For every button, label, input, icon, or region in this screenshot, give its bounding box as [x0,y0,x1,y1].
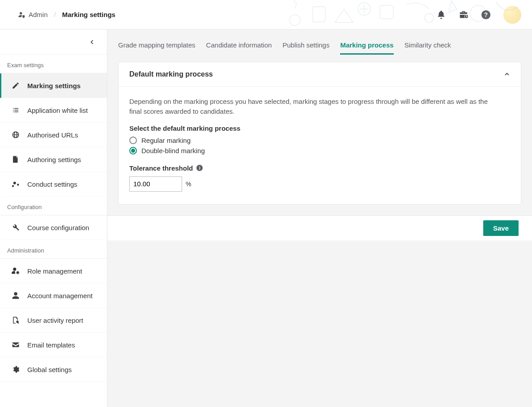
svg-point-0 [289,15,300,26]
panel-header[interactable]: Default marking process [119,62,521,87]
sidebar-item-activity[interactable]: User activity report [0,308,107,333]
globe-icon [11,131,20,139]
radio-double-blind[interactable]: Double-blind marking [129,147,510,154]
users-cog-icon [11,267,20,275]
sidebar-collapse-button[interactable] [0,30,107,55]
tolerance-row: % [129,176,510,192]
sidebar-item-label: Course configuration [27,224,89,231]
sidebar-item-authoring[interactable]: Authoring settings [0,147,107,172]
sidebar-item-whitelist[interactable]: Application white list [0,98,107,123]
pencil-icon [11,81,20,90]
svg-point-5 [470,5,486,21]
envelope-icon [11,341,20,349]
main-area: Grade mapping templatesCandidate informa… [107,30,532,407]
list-icon [11,106,20,114]
marking-process-radio-group: Regular markingDouble-blind marking [129,137,510,154]
breadcrumb: Admin / Marking settings [18,11,115,18]
breadcrumb-root[interactable]: Admin [18,11,48,18]
sidebar-item-label: Email templates [27,341,75,349]
tab-candidate-info[interactable]: Candidate information [206,41,272,55]
tolerance-label-text: Tolerance threshold [129,164,193,172]
sidebar-item-label: Account management [27,292,93,300]
sidebar-scroll[interactable]: Exam settingsMarking settingsApplication… [0,55,107,407]
sidebar-item-label: Conduct settings [27,180,77,188]
topbar: Admin / Marking settings ? [0,0,532,30]
tab-publish[interactable]: Publish settings [282,41,329,55]
sidebar-item-label: Marking settings [27,82,81,90]
sidebar-item-label: Global settings [27,366,72,373]
sidebar-item-label: User activity report [27,317,83,324]
sidebar-section-header: Exam settings [0,55,107,73]
sidebar-item-label: Authorised URLs [27,131,78,139]
svg-rect-1 [313,7,325,22]
decor-illustration [281,0,532,30]
radio-icon [129,137,137,144]
sidebar-item-conduct[interactable]: Conduct settings [0,172,107,197]
sidebar-item-label: Authoring settings [27,156,81,163]
panel-body: Depending on the marking process you hav… [119,87,521,204]
tolerance-label: Tolerance threshold i [129,164,510,172]
radio-label: Regular marking [141,137,191,144]
cog-icon [11,365,20,373]
sidebar-item-auth-urls[interactable]: Authorised URLs [0,123,107,147]
tab-similarity[interactable]: Similarity check [404,41,451,55]
sidebar-section-header: Configuration [0,197,107,215]
radio-icon [129,147,137,154]
select-marking-label: Select the default marking process [129,124,510,132]
panel-description: Depending on the marking process you hav… [129,97,496,116]
chevron-left-icon [89,39,95,45]
sidebar-item-global[interactable]: Global settings [0,357,107,382]
tolerance-input[interactable] [129,176,182,192]
panel-title: Default marking process [129,70,213,78]
radio-label: Double-blind marking [141,147,205,154]
sidebar-item-label: Role management [27,267,82,275]
tab-grade-mapping[interactable]: Grade mapping templates [118,41,196,55]
cogs-icon [11,180,20,188]
user-shield-icon [18,11,25,18]
wrench-icon [11,223,20,231]
default-marking-panel: Default marking process Depending on the… [118,62,521,205]
sidebar-item-roles[interactable]: Role management [0,259,107,283]
tolerance-unit: % [186,180,191,188]
file-icon [11,155,20,163]
radio-regular[interactable]: Regular marking [129,137,510,144]
svg-rect-3 [380,5,393,19]
chevron-up-icon [504,71,510,77]
sidebar-section-header: Administration [0,240,107,259]
sidebar-item-accounts[interactable]: Account management [0,283,107,308]
tab-marking-process[interactable]: Marking process [340,41,393,55]
breadcrumb-current: Marking settings [62,11,115,18]
sidebar-item-marking-settings[interactable]: Marking settings [0,73,107,98]
footer: Save [107,215,532,240]
sidebar-item-label: Application white list [27,107,88,114]
sidebar-item-email[interactable]: Email templates [0,333,107,357]
breadcrumb-separator: / [54,11,56,18]
tabs: Grade mapping templatesCandidate informa… [107,30,532,55]
info-icon[interactable]: i [196,165,203,171]
sidebar-item-course-config[interactable]: Course configuration [0,215,107,240]
svg-point-4 [425,13,434,22]
content: Default marking process Depending on the… [107,55,532,215]
breadcrumb-root-label: Admin [29,11,48,18]
user-icon [11,291,20,300]
sidebar: Exam settingsMarking settingsApplication… [0,30,107,407]
file-search-icon [11,316,20,324]
save-button[interactable]: Save [483,220,519,236]
